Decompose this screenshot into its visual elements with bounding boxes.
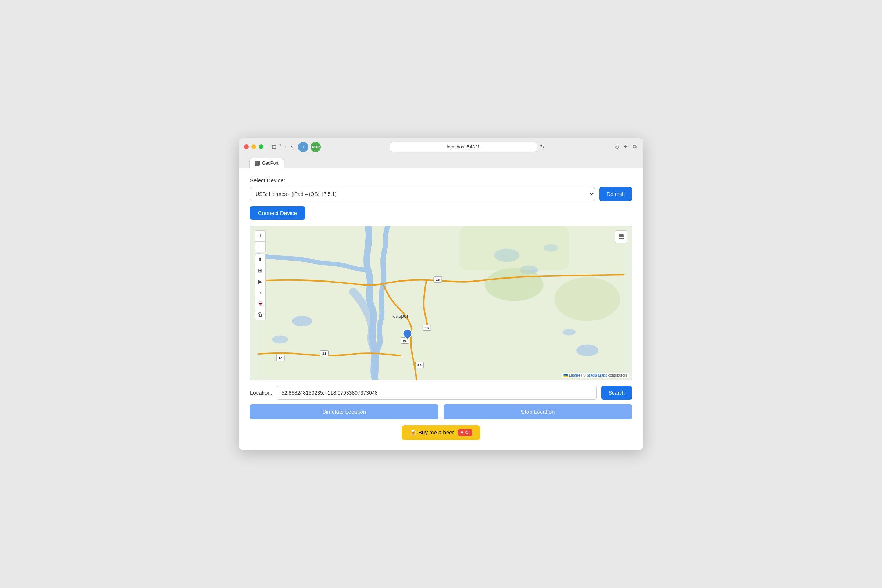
donate-row: 🍺 Buy me a beer ♥ 30 — [250, 425, 632, 440]
back-button[interactable]: ‹ — [283, 142, 288, 151]
device-select[interactable]: USB: Hermes - (iPad – iOS: 17.5.1) — [250, 187, 595, 201]
play-tool-button[interactable]: ▶ — [255, 276, 266, 287]
donate-button[interactable]: 🍺 Buy me a beer ♥ 30 — [402, 425, 480, 440]
stadia-link[interactable]: Stadia Maps — [586, 374, 607, 377]
forward-button[interactable]: › — [289, 142, 294, 151]
address-bar-row: localhost:54321 ↻ — [324, 142, 610, 152]
donate-label: 🍺 Buy me a beer — [410, 429, 454, 436]
svg-text:93: 93 — [403, 339, 407, 342]
browser-icons: i ABP — [298, 142, 321, 152]
new-tab-button[interactable]: + — [622, 142, 629, 152]
share-tool-button[interactable]: ⌁ — [255, 287, 266, 298]
layers-icon — [617, 233, 625, 240]
trash-tool-button[interactable]: 🗑 — [255, 309, 266, 320]
map-tool-controls: ⬆ ⊞ ▶ ⌁ 👻 🗑 — [255, 254, 266, 320]
minimize-button[interactable] — [251, 144, 256, 149]
svg-point-7 — [272, 335, 288, 343]
svg-rect-26 — [618, 236, 624, 237]
url-text: localhost:54321 — [447, 144, 480, 150]
upload-tool-button[interactable]: ⬆ — [255, 254, 266, 265]
location-row: Location: Search — [250, 386, 632, 400]
titlebar-right: ⎋ + ⧉ — [614, 142, 638, 152]
leaflet-link[interactable]: Leaflet — [569, 374, 580, 377]
svg-text:16: 16 — [279, 356, 283, 360]
donate-heart: ♥ 30 — [458, 429, 472, 436]
search-button[interactable]: Search — [601, 386, 632, 400]
share-button[interactable]: ⎋ — [614, 143, 620, 151]
page-refresh-button[interactable]: ↻ — [540, 144, 544, 150]
svg-text:16: 16 — [436, 278, 440, 282]
extension-icon-1[interactable]: i — [298, 142, 308, 152]
map-attribution: 🇺🇦 Leaflet | © Stadia Maps contributors — [562, 373, 629, 378]
browser-window: ⊡ ▾ ‹ › i ABP localhost:54321 ↻ ⎋ + ⧉ — [239, 138, 643, 450]
svg-point-5 — [562, 328, 576, 335]
simulate-location-button[interactable]: Simulate Location — [250, 404, 438, 419]
location-label: Location: — [250, 390, 272, 396]
device-row: USB: Hermes - (iPad – iOS: 17.5.1) Refre… — [250, 187, 632, 201]
extension-icon-2[interactable]: ABP — [310, 142, 321, 152]
svg-point-4 — [576, 344, 598, 356]
svg-point-9 — [555, 277, 620, 321]
connect-device-button[interactable]: Connect Device — [250, 206, 305, 220]
svg-rect-25 — [618, 238, 624, 239]
svg-text:93: 93 — [417, 363, 422, 367]
svg-point-8 — [485, 268, 543, 301]
map-svg: 16 16 93 93 16 — [250, 226, 632, 380]
sidebar-toggle-button[interactable]: ⊡ — [270, 142, 278, 151]
tab-bar: L GeoPort — [244, 158, 638, 168]
svg-rect-10 — [459, 226, 569, 270]
active-tab[interactable]: L GeoPort — [249, 158, 284, 168]
tabs-overview-button[interactable]: ⧉ — [632, 143, 638, 151]
location-input[interactable] — [277, 386, 597, 400]
maximize-button[interactable] — [259, 144, 264, 149]
svg-text:16: 16 — [425, 326, 429, 330]
zoom-in-button[interactable]: + — [255, 230, 266, 242]
map-zoom-controls: + − — [255, 230, 266, 252]
svg-point-6 — [292, 316, 312, 326]
svg-rect-27 — [618, 234, 624, 236]
titlebar-top: ⊡ ▾ ‹ › i ABP localhost:54321 ↻ ⎋ + ⧉ — [244, 142, 638, 155]
main-content: Select Device: USB: Hermes - (iPad – iOS… — [239, 168, 643, 450]
svg-text:16: 16 — [322, 351, 327, 356]
titlebar: ⊡ ▾ ‹ › i ABP localhost:54321 ↻ ⎋ + ⧉ — [239, 138, 643, 168]
nav-buttons: ⊡ ▾ ‹ › — [270, 142, 294, 151]
close-button[interactable] — [244, 144, 249, 149]
action-buttons: Simulate Location Stop Location — [250, 404, 632, 419]
layers-button[interactable] — [615, 230, 627, 243]
svg-text:Jasper: Jasper — [393, 312, 409, 318]
zoom-out-button[interactable]: − — [255, 242, 266, 252]
stop-location-button[interactable]: Stop Location — [444, 404, 632, 419]
address-bar[interactable]: localhost:54321 — [390, 142, 537, 152]
tab-favicon: L — [255, 160, 260, 166]
tab-title: GeoPort — [262, 160, 279, 166]
select-device-label: Select Device: — [250, 177, 632, 183]
traffic-lights — [244, 144, 264, 149]
refresh-button[interactable]: Refresh — [599, 187, 632, 201]
save-tool-button[interactable]: ⊞ — [255, 265, 266, 276]
map-container: 16 16 93 93 16 — [250, 226, 632, 380]
ghost-tool-button[interactable]: 👻 — [255, 298, 266, 309]
